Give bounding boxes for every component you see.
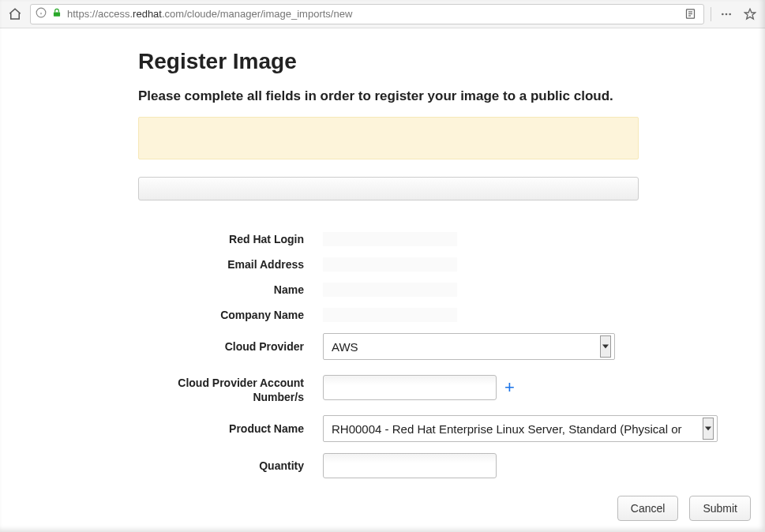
page-title: Register Image: [138, 49, 639, 74]
svg-point-8: [722, 13, 724, 15]
separator: [711, 7, 711, 21]
value-email: [323, 257, 457, 272]
label-name: Name: [138, 283, 304, 296]
lock-icon: [51, 7, 62, 21]
page-content: Register Image Please complete all field…: [0, 28, 765, 478]
bookmark-star-icon[interactable]: [741, 6, 759, 23]
register-form: Red Hat Login Email Address Name Company…: [138, 232, 639, 478]
cancel-button[interactable]: Cancel: [617, 496, 679, 521]
product-name-select[interactable]: RH00004 - Red Hat Enterprise Linux Serve…: [323, 415, 718, 442]
form-actions: Cancel Submit: [617, 496, 751, 521]
svg-marker-11: [744, 9, 755, 19]
menu-dots-icon[interactable]: [718, 6, 735, 23]
label-product: Product Name: [138, 422, 304, 435]
cloud-provider-select[interactable]: AWS: [323, 333, 615, 360]
value-company: [323, 308, 457, 322]
info-icon[interactable]: [36, 7, 47, 21]
account-number-input[interactable]: [323, 375, 497, 400]
label-account: Cloud Provider Account Number/s: [138, 371, 304, 404]
browser-toolbar: https://access.redhat.com/cloude/manager…: [0, 0, 765, 28]
svg-marker-13: [705, 427, 711, 431]
svg-point-9: [726, 13, 728, 15]
cloud-provider-value: AWS: [332, 340, 358, 354]
add-account-button[interactable]: +: [504, 379, 515, 396]
url-bar[interactable]: https://access.redhat.com/cloude/manager…: [30, 4, 704, 24]
svg-marker-12: [602, 345, 609, 349]
home-icon[interactable]: [6, 6, 24, 23]
chevron-down-icon: [600, 335, 611, 358]
alert-banner: [138, 117, 639, 159]
value-name: [323, 283, 457, 297]
product-name-value: RH00004 - Red Hat Enterprise Linux Serve…: [332, 422, 682, 436]
label-email: Email Address: [138, 258, 304, 271]
quantity-input[interactable]: [323, 453, 497, 478]
label-quantity: Quantity: [138, 459, 304, 472]
submit-button[interactable]: Submit: [689, 496, 751, 521]
label-login: Red Hat Login: [138, 233, 304, 245]
svg-rect-3: [54, 12, 60, 16]
label-company: Company Name: [138, 309, 304, 321]
reader-mode-icon[interactable]: [681, 6, 699, 23]
value-login: [323, 232, 457, 246]
svg-point-10: [729, 13, 731, 15]
chevron-down-icon: [703, 418, 714, 440]
label-provider: Cloud Provider: [138, 340, 304, 353]
account-number-row: +: [323, 375, 718, 400]
page-subheading: Please complete all fields in order to r…: [138, 88, 639, 104]
url-text: https://access.redhat.com/cloude/manager…: [67, 8, 677, 20]
section-header-bar: [138, 177, 639, 200]
